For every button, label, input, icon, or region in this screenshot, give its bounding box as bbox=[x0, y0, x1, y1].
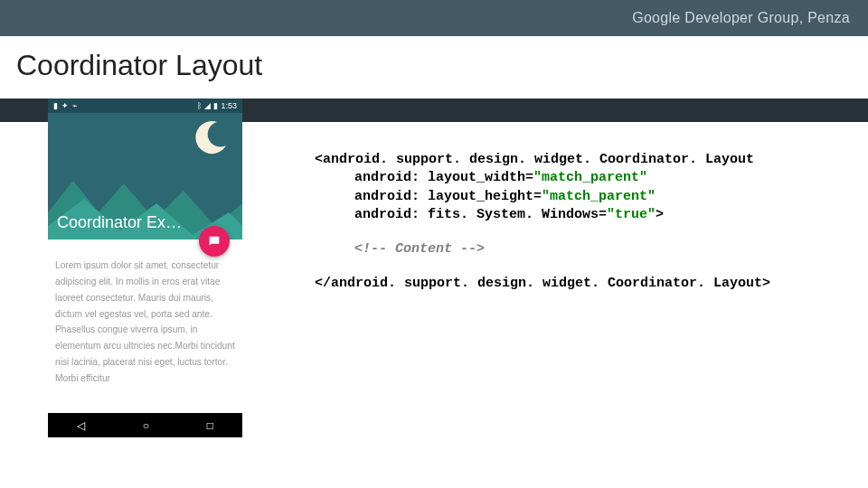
hero-title: Coordinator Ex… bbox=[57, 213, 182, 232]
home-icon[interactable]: ○ bbox=[143, 419, 149, 432]
fab-button[interactable] bbox=[199, 226, 230, 257]
status-bar: ▮ ✦ ⌁ ᛒ ◢ ▮ 1:53 bbox=[48, 99, 242, 113]
bluetooth-icon: ᛒ bbox=[197, 102, 202, 110]
body-text: Lorem ipsum dolor sit amet, consectetur … bbox=[48, 239, 242, 413]
wifi-icon: ✦ bbox=[61, 102, 69, 110]
code-line: android: layout_width="match_parent" bbox=[315, 169, 770, 187]
code-line: <android. support. design. widget. Coord… bbox=[315, 151, 770, 169]
code-block: <android. support. design. widget. Coord… bbox=[315, 151, 770, 437]
chat-icon bbox=[207, 234, 222, 249]
moon-icon bbox=[190, 118, 230, 158]
code-line: android: layout_height="match_parent" bbox=[315, 188, 770, 206]
header-text: Google Developer Group, Penza bbox=[632, 10, 850, 26]
back-icon[interactable]: ◁ bbox=[77, 419, 85, 432]
content: ▮ ✦ ⌁ ᛒ ◢ ▮ 1:53 Coordinator Ex… bbox=[0, 122, 868, 437]
header-bar: Google Developer Group, Penza bbox=[0, 0, 868, 36]
page-title: Coordinator Layout bbox=[16, 49, 852, 82]
code-line: </android. support. design. widget. Coor… bbox=[315, 275, 770, 293]
phone-mockup: ▮ ✦ ⌁ ᛒ ◢ ▮ 1:53 Coordinator Ex… bbox=[48, 99, 242, 437]
battery-icon: ▮ bbox=[53, 102, 58, 110]
signal-icon: ◢ bbox=[204, 102, 211, 110]
code-comment: <!-- Content --> bbox=[315, 240, 770, 258]
debug-icon: ⌁ bbox=[72, 102, 77, 110]
status-time: 1:53 bbox=[221, 101, 237, 110]
recent-icon[interactable]: □ bbox=[207, 419, 213, 432]
code-line: android: fits. System. Windows="true"> bbox=[315, 206, 770, 224]
hero-image: Coordinator Ex… bbox=[48, 113, 242, 239]
title-area: Coordinator Layout bbox=[0, 36, 868, 99]
android-navbar: ◁ ○ □ bbox=[48, 413, 242, 437]
battery2-icon: ▮ bbox=[213, 102, 218, 110]
